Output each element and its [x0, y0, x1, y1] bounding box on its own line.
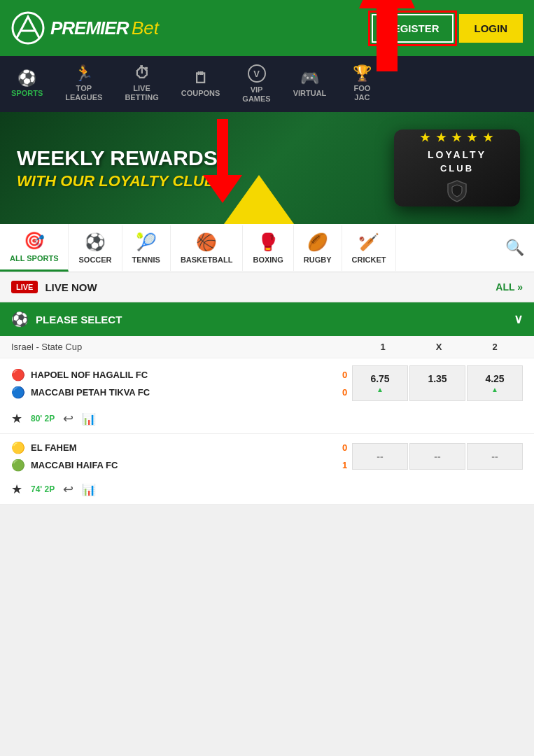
odds-col: 6.75 ▲ 1.35 4.25 ▲	[351, 365, 523, 401]
match-group: Israel - State Cup 1 X 2 🔴 HAPOEL NOF HA…	[0, 336, 534, 505]
search-button[interactable]: 🔍	[496, 232, 534, 264]
register-arrow	[324, 0, 450, 78]
chart-icon-1[interactable]: 📊	[82, 412, 96, 426]
odds-header: 1 X 2	[355, 342, 523, 352]
vip-icon: V	[248, 64, 266, 83]
match-content-2: 🟡 EL FAHEM 0 🟢 MACCABI HAIFA FC 1 -- --	[11, 441, 523, 472]
team3-score: 0	[342, 442, 351, 453]
match-time-2: 74' 2P	[31, 484, 55, 494]
logo-text: PREMIER Bet	[50, 18, 159, 39]
loyalty-star: ★ ★ ★ ★ ★	[420, 130, 494, 146]
coupons-icon: 🗒	[193, 71, 209, 86]
favorite-star-1[interactable]: ★	[11, 411, 22, 426]
nav-item-live-betting[interactable]: ⏱ LIVEBETTING	[113, 62, 169, 106]
odd-button-2[interactable]: 4.25 ▲	[467, 365, 523, 401]
odd-value-3: --	[377, 451, 383, 462]
team-row-1: 🔴 HAPOEL NOF HAGALIL FC 0	[11, 368, 351, 382]
tennis-label: TENNIS	[132, 255, 160, 264]
header: PREMIER Bet REGISTER LOGIN	[0, 0, 534, 56]
match-teams: 🔴 HAPOEL NOF HAGALIL FC 0 🔵 MACCABI PETA…	[11, 368, 351, 399]
rugby-label: RUGBY	[304, 255, 332, 264]
team2-badge: 🔵	[11, 386, 25, 399]
chart-icon-2[interactable]: 📊	[82, 483, 96, 496]
sport-item-rugby[interactable]: 🏉 RUGBY	[294, 225, 342, 271]
team1-badge: 🔴	[11, 368, 25, 382]
nav-item-vip-games[interactable]: V VIPGAMES	[231, 60, 281, 108]
loyalty-card: ★ ★ ★ ★ ★ LOYALTY CLUB	[394, 130, 520, 206]
team3-name: EL FAHEM	[31, 442, 77, 453]
odd-value-2: 4.25	[485, 373, 504, 384]
match-time-1: 80' 2P	[31, 414, 55, 424]
banner-text: WEEKLY REWARDS WITH OUR LOYALTY CLUB!	[17, 146, 220, 190]
match-teams-2: 🟡 EL FAHEM 0 🟢 MACCABI HAIFA FC 1	[11, 441, 351, 472]
section-soccer-icon: ⚽	[11, 311, 29, 328]
sport-item-tennis[interactable]: 🎾 TENNIS	[122, 225, 171, 271]
match-meta-2: ★ 74' 2P ↩ 📊	[11, 477, 523, 497]
login-button[interactable]: LOGIN	[459, 14, 524, 43]
section-title: PLEASE SELECT	[36, 314, 122, 326]
odds-header-x: X	[411, 342, 467, 352]
odd-button-5[interactable]: --	[467, 443, 523, 470]
basketball-icon: 🏀	[196, 232, 217, 252]
nav-label-virtual: VIRTUAL	[293, 89, 327, 98]
sport-item-cricket[interactable]: 🏏 CRICKET	[342, 225, 397, 271]
cricket-label: CRICKET	[352, 255, 386, 264]
sport-item-boxing[interactable]: 🥊 BOXING	[243, 225, 293, 271]
team3-badge: 🟡	[11, 441, 25, 454]
nav-item-top-leagues[interactable]: 🏃 TOPLEAGUES	[54, 62, 113, 106]
nav-item-coupons[interactable]: 🗒 COUPONS	[170, 66, 232, 102]
match-row-2: 🟡 EL FAHEM 0 🟢 MACCABI HAIFA FC 1 -- --	[0, 434, 534, 505]
banner-title: WEEKLY REWARDS	[17, 146, 220, 169]
logo: PREMIER Bet	[11, 11, 159, 45]
svg-marker-1	[359, 0, 415, 71]
all-sports-icon: 🎯	[24, 231, 45, 251]
team2-name: MACCABI PETAH TIKVA FC	[31, 387, 150, 398]
live-betting-icon: ⏱	[134, 66, 150, 81]
tennis-icon: 🎾	[136, 232, 157, 252]
share-icon-1[interactable]: ↩	[63, 411, 73, 426]
nav-label-top-leagues: TOPLEAGUES	[65, 84, 102, 102]
odd-value-4: --	[434, 451, 440, 462]
team-row-2: 🔵 MACCABI PETAH TIKVA FC 0	[11, 386, 351, 399]
odd-value-1: 6.75	[370, 373, 389, 384]
nav-item-sports[interactable]: ⚽ SPORTS	[0, 66, 54, 102]
sport-item-basketball[interactable]: 🏀 BASKETBALL	[171, 225, 244, 271]
section-header[interactable]: ⚽ PLEASE SELECT ∨	[0, 302, 534, 336]
live-now-label: LIVE NOW	[45, 281, 97, 293]
all-link[interactable]: ALL »	[496, 281, 523, 293]
team1-name: HAPOEL NOF HAGALIL FC	[31, 370, 148, 380]
match-row: 🔴 HAPOEL NOF HAGALIL FC 0 🔵 MACCABI PETA…	[0, 358, 534, 434]
odd-value-5: --	[491, 451, 498, 462]
nav-label-football-jackpot: FOOJAC	[353, 84, 370, 102]
banner-red-arrow	[203, 119, 242, 203]
sports-icon: ⚽	[17, 71, 36, 86]
odds-header-1: 1	[355, 342, 411, 352]
cricket-icon: 🏏	[358, 232, 379, 252]
rugby-icon: 🏉	[307, 232, 328, 252]
odd-button-4[interactable]: --	[409, 443, 465, 470]
match-meta: ★ 80' 2P ↩ 📊	[11, 407, 523, 426]
team4-name: MACCABI HAIFA FC	[31, 460, 118, 470]
odds-header-2: 2	[467, 342, 523, 352]
odd-button-3[interactable]: --	[352, 443, 408, 470]
team1-score: 0	[342, 370, 351, 380]
sports-bar: 🎯 ALL SPORTS ⚽ SOCCER 🎾 TENNIS 🏀 BASKETB…	[0, 224, 534, 272]
banner-subtitle: WITH OUR LOYALTY CLUB!	[17, 172, 220, 190]
favorite-star-2[interactable]: ★	[11, 482, 22, 497]
odd-button-1[interactable]: 6.75 ▲	[352, 365, 408, 401]
all-sports-label: ALL SPORTS	[10, 254, 58, 262]
top-leagues-icon: 🏃	[74, 66, 93, 81]
soccer-label: SOCCER	[78, 255, 111, 264]
nav-label-live-betting: LIVEBETTING	[125, 84, 158, 102]
nav-label-sports: SPORTS	[11, 89, 43, 98]
share-icon-2[interactable]: ↩	[63, 482, 73, 497]
nav-label-vip-games: VIPGAMES	[242, 85, 270, 104]
match-content: 🔴 HAPOEL NOF HAGALIL FC 0 🔵 MACCABI PETA…	[11, 365, 523, 401]
sport-item-all[interactable]: 🎯 ALL SPORTS	[0, 224, 69, 272]
logo-icon	[11, 11, 45, 45]
up-arrow-1: ▲	[377, 386, 384, 393]
odd-button-x[interactable]: 1.35	[409, 365, 465, 401]
boxing-icon: 🥊	[258, 232, 279, 252]
sport-item-soccer[interactable]: ⚽ SOCCER	[69, 225, 122, 271]
league-row: Israel - State Cup 1 X 2	[0, 336, 534, 358]
